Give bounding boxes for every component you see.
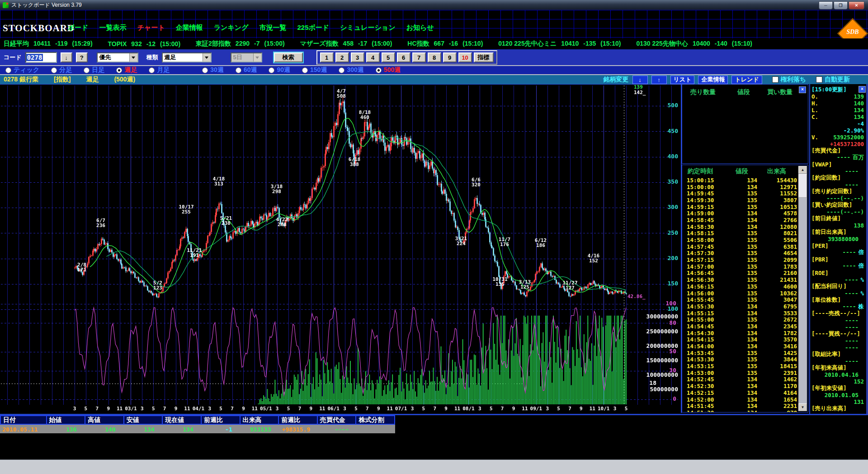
ticker-time: (15:10)	[462, 40, 483, 48]
count-button-6[interactable]: 6	[397, 52, 410, 62]
tape-price: 135	[732, 256, 757, 263]
count-button-1[interactable]: 1	[320, 52, 334, 62]
info-unit: 倍	[859, 262, 864, 270]
radio-label: 分足	[59, 66, 72, 74]
ticker-name: 日経平均	[4, 40, 29, 48]
autoupdate-checkbox[interactable]	[816, 76, 822, 83]
period-radio-500週[interactable]: 500週	[376, 66, 401, 74]
radio-circle[interactable]	[149, 67, 155, 73]
info-label: [買い約定回数]	[811, 201, 852, 209]
tape-time: 14:57:30	[682, 250, 732, 256]
tape-row: 14:52:151344164	[682, 389, 797, 396]
period-radio-週足[interactable]: 週足	[116, 66, 137, 74]
menu-item-225ボード[interactable]: 225ボード	[297, 24, 330, 32]
count-button-2[interactable]: 2	[335, 52, 349, 62]
menu-item-チャート[interactable]: チャート	[137, 24, 165, 32]
menu-item-市況一覧[interactable]: 市況一覧	[259, 24, 287, 32]
minimize-button[interactable]: ─	[819, 1, 833, 9]
ticker-value: 2290	[236, 40, 250, 48]
count-button-9[interactable]: 9	[443, 52, 457, 62]
info-label: [PER]	[811, 242, 829, 249]
tape-volume: 12971	[757, 184, 797, 190]
summary-table: 日付始値高値安値現在値前週比出来高前週比売買代金株式分割 2010.05.111…	[0, 415, 395, 434]
help-button[interactable]: ?	[76, 52, 88, 62]
close-button[interactable]: ✕	[849, 1, 864, 9]
count-button-10[interactable]: 10	[458, 52, 472, 62]
menu-item-ボード[interactable]: ボード	[68, 24, 89, 32]
count-button-4[interactable]: 4	[366, 52, 380, 62]
period-radio-150週[interactable]: 150週	[302, 66, 327, 74]
menu-item-一覧表示[interactable]: 一覧表示	[99, 24, 127, 32]
radio-circle[interactable]	[116, 67, 122, 73]
info-line: ----%	[810, 276, 865, 283]
code-down-button[interactable]: ↓	[61, 52, 72, 62]
indicator-button[interactable]: 指標	[474, 52, 494, 62]
period-radio-月足[interactable]: 月足	[149, 66, 170, 74]
radio-circle[interactable]	[339, 67, 344, 73]
scroll-thumb[interactable]	[798, 174, 807, 198]
info-line: ----(--.--)	[810, 209, 865, 215]
tape-row: 14:58:3013412080	[682, 223, 797, 230]
period-radio-60週[interactable]: 60週	[236, 66, 257, 74]
count-button-5[interactable]: 5	[382, 52, 395, 62]
radio-circle[interactable]	[302, 67, 308, 73]
orderbook-close-icon[interactable]: ×	[799, 86, 806, 93]
tape-price: 135	[732, 296, 757, 303]
radio-circle[interactable]	[376, 67, 382, 73]
period-select[interactable]: 週足	[162, 52, 212, 62]
radio-label: 500週	[384, 66, 401, 74]
corp-info-button[interactable]: 企業情報	[698, 76, 728, 84]
period-radio-日足[interactable]: 日足	[84, 66, 104, 74]
priority-select[interactable]: 優先	[97, 52, 138, 62]
rights-checkbox[interactable]	[772, 76, 778, 83]
tape-price: 135	[732, 350, 757, 356]
period-radio-30週[interactable]: 30週	[202, 66, 224, 74]
tape-time: 14:54:15	[682, 336, 732, 343]
menu-item-シミュレーション[interactable]: シミュレーション	[340, 24, 395, 32]
tape-scrollbar[interactable]: ▲ ▼	[798, 166, 807, 411]
trend-button[interactable]: トレンド	[731, 76, 762, 84]
chevron-down-icon[interactable]	[203, 53, 211, 62]
info-value-group: 140	[854, 100, 864, 107]
period-radio-90週[interactable]: 90週	[269, 66, 290, 74]
scroll-down-icon[interactable]: ▼	[798, 403, 807, 411]
radio-circle[interactable]	[51, 67, 57, 73]
summary-cell: -1	[201, 425, 240, 434]
symbol-down-button[interactable]: ↓	[632, 76, 648, 84]
radio-circle[interactable]	[236, 67, 241, 73]
radio-circle[interactable]	[202, 67, 208, 73]
period-radio-ティック[interactable]: ティック	[5, 66, 39, 74]
symbol-up-button[interactable]: ↑	[651, 76, 667, 84]
bid-qty-header: 買い数量	[767, 88, 793, 96]
code-input[interactable]: 0278	[25, 52, 57, 63]
info-value: ----	[845, 317, 859, 324]
ticker-time: (15:00)	[160, 40, 180, 47]
period-radio-分足[interactable]: 分足	[51, 66, 72, 74]
menu-item-企業情報[interactable]: 企業情報	[176, 24, 203, 32]
search-button[interactable]: 検索	[274, 52, 303, 62]
info-label: [----買残--/--]	[811, 330, 860, 338]
scroll-up-icon[interactable]: ▲	[798, 166, 807, 174]
restore-button[interactable]: ❐	[834, 1, 848, 9]
radio-circle[interactable]	[84, 67, 90, 73]
tape-row: 14:52:001341654	[682, 396, 797, 403]
menu-item-ランキング[interactable]: ランキング	[214, 24, 249, 32]
list-button[interactable]: リスト	[670, 76, 695, 84]
radio-label: 30週	[210, 66, 224, 74]
chart-canvas[interactable]	[0, 85, 680, 412]
tape-volume: 3570	[757, 336, 797, 343]
tape-price: 135	[732, 250, 757, 256]
count-button-3[interactable]: 3	[351, 52, 364, 62]
period-radio-300週[interactable]: 300週	[339, 66, 363, 74]
count-button-7[interactable]: 7	[412, 52, 426, 62]
bottom-strip	[0, 460, 868, 474]
info-line: 2010.01.05	[810, 392, 865, 398]
chevron-down-icon[interactable]	[129, 53, 137, 62]
count-button-8[interactable]: 8	[428, 52, 441, 62]
info-value-group: ----(--.--)	[826, 195, 864, 202]
menu-item-お知らせ[interactable]: お知らせ	[406, 24, 434, 32]
info-value: +145371200	[830, 141, 864, 147]
radio-circle[interactable]	[269, 67, 274, 73]
info-line: [----買残--/--]	[810, 331, 865, 337]
radio-circle[interactable]	[5, 67, 11, 73]
